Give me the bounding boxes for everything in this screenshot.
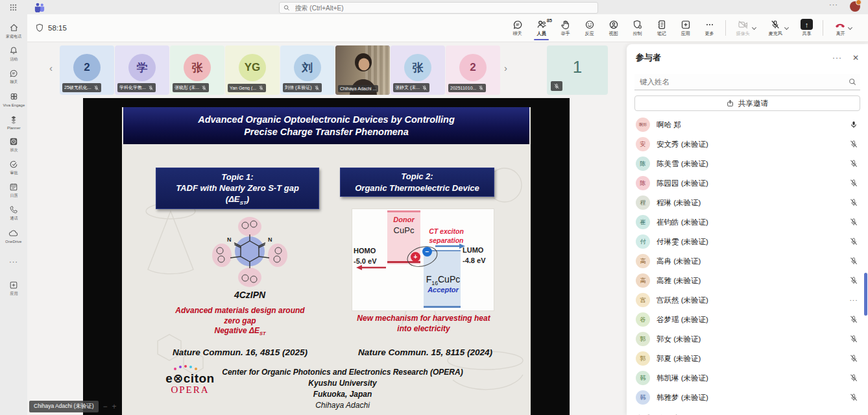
participant-row[interactable]: 高 高冉 (未验证) — [627, 251, 868, 271]
chevron-down-icon[interactable] — [752, 26, 756, 31]
video-tile[interactable]: YG Yan Geng (... — [225, 45, 280, 95]
video-tile[interactable]: 刘 刘倩 (未验证) — [280, 45, 335, 95]
zoom-in-button[interactable]: + — [112, 403, 117, 410]
participants-panel: 参与者 ··· ✕ 共享邀请 啊郑 啊哈 郑 安 安文秀 (未验证) 陈 — [627, 44, 868, 415]
participant-row[interactable]: 安 安文秀 (未验证) — [627, 134, 868, 154]
participant-row[interactable]: 郭 郭夏 (未验证) — [627, 349, 868, 368]
avatar: 韩 — [636, 371, 650, 385]
mic-off-icon[interactable] — [849, 315, 859, 324]
toolbar-react-button[interactable]: 反应 — [578, 16, 601, 40]
mic-off-icon[interactable] — [849, 159, 859, 168]
scrollbar-thumb[interactable] — [864, 273, 867, 316]
leave-call-icon — [834, 19, 846, 30]
avatar: 刘 — [294, 54, 321, 81]
video-tile[interactable]: 2 202511010... — [446, 45, 500, 95]
video-tile-speaker[interactable]: Chihaya Adachi ... — [335, 45, 390, 95]
mic-on-icon[interactable] — [849, 120, 859, 129]
planner-icon — [8, 114, 19, 125]
sidebar-item-apps[interactable]: 应用 — [0, 277, 27, 299]
search-input[interactable] — [294, 4, 594, 12]
title-bar: ··· — [0, 0, 868, 14]
participant-list: 啊郑 啊哈 郑 安 安文秀 (未验证) 陈 陈美雪 (未验证) 陈 陈园园 (未… — [627, 115, 868, 407]
close-icon[interactable]: ✕ — [852, 53, 859, 62]
participant-row[interactable]: 付 付琳雯 (未验证) — [627, 232, 868, 251]
sidebar-item-more[interactable]: ··· — [0, 253, 27, 270]
strip-prev-button[interactable]: ‹ — [49, 62, 53, 73]
participant-row[interactable]: 程 程琳 (未验证) — [627, 193, 868, 212]
mic-off-icon[interactable] — [849, 218, 859, 227]
lumo-arrow — [434, 243, 466, 249]
toolbar-control-button[interactable]: 控制 — [626, 16, 649, 40]
toolbar-notes-button[interactable]: 笔记 — [650, 16, 673, 40]
mic-off-icon[interactable] — [849, 140, 859, 149]
titlebar-more-menu[interactable]: ··· — [829, 1, 838, 8]
toolbar-share-button[interactable]: ↑ 共享 — [795, 16, 818, 40]
toolbar-camera-button[interactable]: 摄像头 — [730, 16, 762, 40]
share-invite-button[interactable]: 共享邀请 — [634, 95, 860, 111]
sidebar-item-calls[interactable]: 通话 — [0, 201, 27, 224]
video-tile[interactable]: 2 25硕无机化... — [60, 45, 114, 95]
participant-row[interactable]: 崔 崔钧皓 (未验证) — [627, 212, 868, 232]
toolbar-raise-hand-button[interactable]: 举手 — [554, 16, 577, 40]
mic-off-icon[interactable] — [849, 354, 859, 363]
sidebar-item-onedrive[interactable]: OneDrive — [0, 224, 27, 247]
home-icon — [8, 23, 19, 33]
strip-next-button[interactable]: › — [504, 62, 507, 73]
mic-off-icon — [478, 85, 484, 91]
mic-off-icon[interactable] — [849, 276, 859, 285]
participant-row[interactable]: 郭 郭女 (未验证) — [627, 329, 868, 349]
video-tile[interactable]: 学 学科化学教... — [115, 45, 169, 95]
participant-search-input[interactable] — [638, 77, 845, 86]
mic-off-icon[interactable] — [849, 198, 859, 207]
panel-more-menu[interactable]: ··· — [832, 53, 842, 62]
participant-row[interactable]: 宫 宫跃然 (未验证) ··· — [627, 290, 868, 310]
mic-off-icon[interactable] — [849, 373, 859, 383]
camera-off-icon — [738, 19, 749, 30]
participant-row[interactable]: 高 高雅 (未验证) — [627, 271, 868, 290]
mic-off-icon[interactable] — [849, 334, 859, 344]
sidebar-item-approvals[interactable]: 审批 — [0, 156, 27, 179]
participant-row[interactable]: 韩 韩雅梦 (未验证) — [627, 388, 868, 407]
mic-off-icon[interactable] — [849, 179, 859, 188]
apps-plus-icon — [8, 280, 19, 290]
toolbar-chat-button[interactable]: 聊天 — [506, 16, 529, 40]
tile-name: 刘倩 (未验证) — [285, 84, 312, 91]
zoom-out-button[interactable]: − — [103, 403, 108, 410]
toolbar-people-button[interactable]: 85 人员 — [530, 16, 553, 40]
row-more-menu[interactable]: ··· — [849, 297, 859, 304]
mic-off-icon[interactable] — [849, 237, 859, 246]
sidebar-item-shifts[interactable]: 班次 — [0, 133, 27, 156]
sidebar-item-home[interactable]: 家庭电话 — [0, 19, 27, 42]
toolbar-apps-button[interactable]: 应用 — [674, 16, 697, 40]
video-tile[interactable]: 张 张静文 (未... — [391, 45, 445, 95]
mic-off-icon[interactable] — [849, 257, 859, 266]
tile-name: 学科化学教... — [119, 84, 146, 91]
app-launcher-icon[interactable] — [8, 2, 18, 12]
search-icon — [283, 5, 290, 11]
view-more-link[interactable]: 查看更多信息 — [627, 407, 868, 415]
sidebar-item-chat[interactable]: 聊天 — [0, 65, 27, 88]
participant-row[interactable]: 韩 韩凯琳 (未验证) — [627, 368, 868, 388]
sidebar-item-calendar[interactable]: 日历 — [0, 179, 27, 201]
sidebar-item-viva-engage[interactable]: Viva Engage — [0, 88, 27, 110]
chevron-down-icon[interactable] — [784, 26, 789, 31]
global-search[interactable] — [279, 2, 598, 14]
tile-name: 张静文 (未... — [395, 84, 420, 91]
sidebar-item-planner[interactable]: Planner — [0, 110, 27, 133]
profile-avatar[interactable] — [850, 1, 860, 12]
participant-row[interactable]: 啊郑 啊哈 郑 — [627, 115, 868, 134]
video-tile[interactable]: 张 张晓彤 (未... — [170, 45, 224, 95]
toolbar-leave-button[interactable]: 离开 — [828, 16, 859, 40]
toolbar-mic-button[interactable]: 麦克风 — [763, 16, 794, 40]
participant-row[interactable]: 陈 陈美雪 (未验证) — [627, 154, 868, 173]
toolbar-view-button[interactable]: 视图 — [602, 16, 625, 40]
participant-search[interactable] — [634, 74, 860, 90]
participant-row[interactable]: 谷 谷梦瑶 (未验证) — [627, 310, 868, 329]
toolbar-more-button[interactable]: 更多 — [698, 16, 721, 40]
mic-off-icon[interactable] — [849, 393, 859, 402]
participant-row[interactable]: 陈 陈园园 (未验证) — [627, 173, 868, 193]
shield-gear-icon — [633, 19, 643, 30]
sidebar-item-activity[interactable]: 活动 — [0, 42, 27, 65]
chevron-down-icon[interactable] — [848, 26, 852, 31]
video-tile-overflow[interactable]: 1 — [547, 45, 608, 95]
